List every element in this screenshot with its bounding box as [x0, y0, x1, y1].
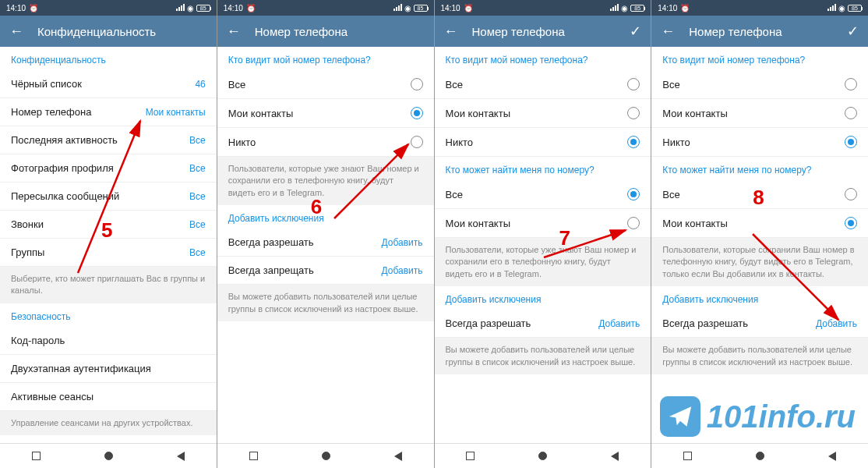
back-arrow-icon[interactable]: ← [444, 23, 458, 40]
signal-icon [176, 5, 185, 11]
settings-row[interactable]: Всегда запрещать Добавить [217, 257, 434, 285]
radio-row[interactable]: Мои контакты [651, 209, 868, 238]
settings-row[interactable]: Фотография профиля Все [0, 154, 217, 183]
row-value: 46 [195, 79, 205, 90]
radio-row[interactable]: Никто [217, 128, 434, 157]
row-value: Добавить [381, 237, 422, 248]
content-area: Кто видит мой номер телефона? Все Мои ко… [651, 47, 868, 443]
radio-row[interactable]: Все [435, 70, 651, 99]
nav-home-button[interactable] [538, 452, 547, 460]
radio-label: Мои контакты [662, 218, 728, 229]
radio-button[interactable] [411, 136, 423, 148]
radio-button[interactable] [845, 217, 857, 229]
info-text: Пользователи, которые сохранили Ваш номе… [651, 238, 868, 286]
section-title: Кто видит мой номер телефона? [435, 47, 651, 70]
info-text: Вы можете добавить пользователей или цел… [435, 338, 651, 374]
radio-button[interactable] [411, 78, 423, 90]
nav-recent-button[interactable] [32, 452, 41, 460]
radio-button[interactable] [845, 78, 857, 90]
radio-button[interactable] [627, 188, 640, 200]
nav-back-button[interactable] [177, 452, 185, 461]
radio-button[interactable] [627, 217, 640, 229]
radio-button[interactable] [411, 107, 423, 119]
radio-label: Никто [662, 136, 690, 148]
android-navbar [0, 443, 217, 468]
section-title: Кто может найти меня по номеру? [651, 157, 868, 180]
wifi-icon: ◉ [838, 4, 845, 12]
battery-icon: 85 [630, 5, 644, 12]
wifi-icon: ◉ [187, 4, 194, 12]
settings-row[interactable]: Последняя активность Все [0, 126, 217, 154]
radio-button[interactable] [845, 107, 857, 119]
row-label: Всегда разрешать [228, 236, 314, 248]
radio-row[interactable]: Никто [651, 128, 868, 157]
row-value: Все [189, 191, 206, 202]
back-arrow-icon[interactable]: ← [9, 23, 23, 40]
signal-icon [827, 5, 836, 11]
nav-home-button[interactable] [322, 452, 330, 460]
nav-back-button[interactable] [611, 452, 619, 461]
radio-button[interactable] [627, 136, 640, 148]
settings-row[interactable]: Двухэтапная аутентификация [0, 355, 217, 383]
radio-label: Мои контакты [446, 218, 511, 229]
nav-recent-button[interactable] [683, 452, 692, 460]
phone-panel-2: 14:10 ⏰ ◉ 85 ← Номер телефона ✓ Кто види… [435, 0, 652, 468]
info-text: Вы можете добавить пользователей или цел… [217, 285, 434, 321]
settings-row[interactable]: Звонки Все [0, 211, 217, 239]
radio-button[interactable] [845, 136, 857, 148]
check-icon[interactable]: ✓ [847, 23, 859, 40]
radio-row[interactable]: Все [651, 70, 868, 99]
nav-recent-button[interactable] [249, 452, 258, 460]
settings-row[interactable]: Группы Все [0, 239, 217, 267]
status-time: 14:10 [658, 4, 677, 12]
section-title: Конфиденциальность [0, 47, 217, 70]
radio-row[interactable]: Мои контакты [651, 99, 868, 128]
status-time: 14:10 [224, 4, 243, 12]
radio-label: Мои контакты [662, 108, 728, 119]
back-arrow-icon[interactable]: ← [661, 23, 675, 40]
settings-row[interactable]: Чёрный список 46 [0, 70, 217, 98]
settings-row[interactable]: Всегда разрешать Добавить [435, 310, 651, 338]
info-text: Пользователи, которые уже знают Ваш номе… [435, 238, 651, 286]
nav-back-button[interactable] [394, 452, 402, 461]
back-arrow-icon[interactable]: ← [227, 23, 241, 40]
app-header: ← Конфиденциальность [0, 16, 217, 47]
settings-row[interactable]: Всегда разрешать Добавить [217, 229, 434, 257]
row-label: Звонки [11, 218, 44, 230]
check-icon[interactable]: ✓ [630, 23, 641, 40]
radio-button[interactable] [845, 188, 857, 200]
nav-home-button[interactable] [104, 452, 113, 460]
nav-back-button[interactable] [828, 452, 836, 461]
settings-row[interactable]: Активные сеансы [0, 383, 217, 411]
settings-row[interactable]: Пересылка сообщений Все [0, 183, 217, 211]
radio-label: Все [446, 79, 463, 90]
content-area: Кто видит мой номер телефона? Все Мои ко… [435, 47, 651, 443]
radio-button[interactable] [627, 107, 640, 119]
android-navbar [217, 443, 434, 468]
radio-button[interactable] [627, 78, 640, 90]
settings-row[interactable]: Номер телефона Мои контакты [0, 98, 217, 126]
radio-row[interactable]: Мои контакты [217, 99, 434, 128]
row-label: Двухэтапная аутентификация [11, 363, 151, 374]
nav-recent-button[interactable] [466, 452, 475, 460]
phone-panel-3: 14:10 ⏰ ◉ 85 ← Номер телефона ✓ Кто види… [651, 0, 868, 468]
app-header: ← Номер телефона ✓ [435, 16, 651, 47]
row-label: Код-пароль [11, 335, 65, 346]
alarm-icon: ⏰ [464, 4, 473, 12]
radio-row[interactable]: Мои контакты [435, 209, 651, 238]
row-value: Все [189, 247, 206, 258]
phone-panel-0: 14:10 ⏰ ◉ 85 ← Конфиденциальность Конфид… [0, 0, 217, 468]
row-value: Все [189, 219, 206, 230]
radio-row[interactable]: Все [435, 180, 651, 209]
header-title: Номер телефона [255, 25, 425, 38]
nav-home-button[interactable] [756, 452, 764, 460]
row-label: Чёрный список [11, 78, 82, 90]
settings-row[interactable]: Код-пароль [0, 327, 217, 355]
radio-row[interactable]: Мои контакты [435, 99, 651, 128]
signal-icon [393, 5, 402, 11]
radio-row[interactable]: Все [651, 180, 868, 209]
radio-row[interactable]: Все [217, 70, 434, 99]
settings-row[interactable]: Всегда разрешать Добавить [651, 310, 868, 338]
section-title: Безопасность [0, 303, 217, 327]
radio-row[interactable]: Никто [435, 128, 651, 157]
